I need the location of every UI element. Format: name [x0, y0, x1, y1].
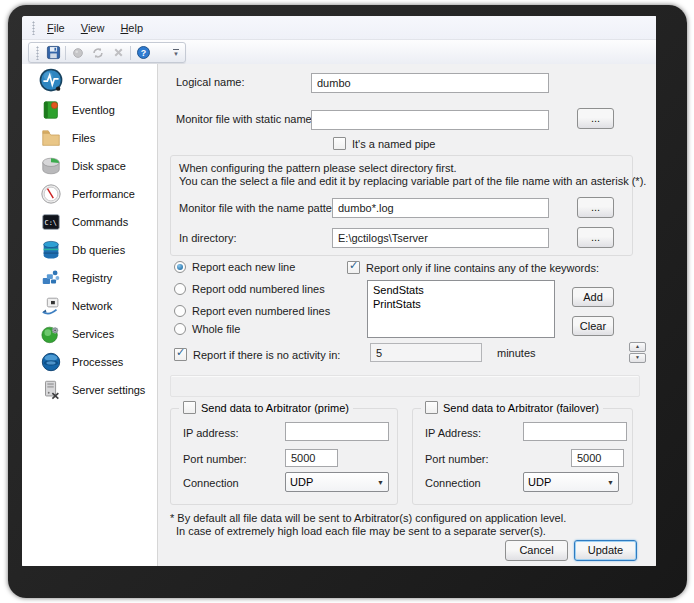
static-name-input[interactable]	[311, 110, 549, 130]
directory-input[interactable]	[332, 228, 549, 248]
svg-text:?: ?	[140, 48, 145, 58]
menu-help[interactable]: Help	[112, 19, 151, 37]
app-window: File View Help ? ▼	[22, 16, 656, 566]
spinner-down-icon[interactable]: ▼	[629, 353, 646, 363]
radio-odd-lines[interactable]	[174, 283, 186, 295]
toolbar-strip: ? ▼	[22, 40, 656, 64]
save-icon[interactable]	[43, 44, 63, 62]
radio-label: Whole file	[192, 323, 240, 335]
sidebar-item-label: Performance	[72, 188, 135, 200]
keyword-item[interactable]: PrintStats	[368, 297, 554, 311]
failover-connection-label: Connection	[425, 477, 481, 489]
report-mode-row: Whole file	[174, 323, 240, 335]
sidebar-item-performance[interactable]: Performance	[22, 180, 158, 208]
named-pipe-checkbox[interactable]	[333, 137, 346, 150]
report-mode-row: Report each new line	[174, 261, 295, 273]
eventlog-icon	[38, 97, 64, 123]
footnote-line1: * By default all file data will be sent …	[170, 512, 566, 524]
failover-connection-value: UDP	[528, 476, 603, 488]
overflow-arrow-icon: ▼	[173, 51, 179, 57]
sidebar: Forwarder Eventlog Files Disk space Perf…	[22, 64, 158, 566]
prime-port-input[interactable]	[285, 449, 338, 467]
cancel-button[interactable]: Cancel	[505, 540, 568, 561]
keywords-label: Report only if line contains any of the …	[366, 262, 599, 274]
sidebar-item-network[interactable]: Network	[22, 292, 158, 320]
failover-port-input[interactable]	[571, 449, 624, 467]
add-keyword-button[interactable]: Add	[572, 287, 614, 307]
sidebar-item-registry[interactable]: Registry	[22, 264, 158, 292]
prime-connection-value: UDP	[290, 476, 373, 488]
no-activity-row: ✓ Report if there is no activity in:	[174, 348, 340, 361]
sidebar-item-label: Server settings	[72, 384, 145, 396]
menu-view[interactable]: View	[73, 19, 113, 37]
sidebar-item-label: Network	[72, 300, 112, 312]
refresh-icon[interactable]	[88, 44, 108, 62]
browse-static-name-button[interactable]: ...	[577, 108, 614, 129]
sidebar-item-services[interactable]: Services	[22, 320, 158, 348]
arbitrator-prime-groupbox: Send data to Arbitrator (prime) IP addre…	[170, 408, 398, 505]
empty-status-panel	[170, 375, 640, 397]
radio-label: Report each new line	[192, 261, 295, 273]
sidebar-item-forwarder[interactable]: Forwarder	[22, 66, 158, 94]
sidebar-item-disk-space[interactable]: Disk space	[22, 152, 158, 180]
no-activity-label: Report if there is no activity in:	[193, 349, 340, 361]
radio-each-new-line[interactable]	[174, 261, 186, 273]
menu-file[interactable]: File	[39, 19, 73, 37]
keywords-listbox[interactable]: SendStats PrintStats	[367, 280, 555, 338]
sidebar-item-files[interactable]: Files	[22, 124, 158, 152]
arbitrator-failover-checkbox[interactable]	[425, 401, 438, 414]
arbitrator-failover-title: Send data to Arbitrator (failover)	[421, 401, 603, 414]
arbitrator-prime-label: Send data to Arbitrator (prime)	[201, 402, 349, 414]
failover-ip-input[interactable]	[523, 422, 627, 441]
update-button[interactable]: Update	[574, 540, 637, 561]
spinner-up-icon[interactable]: ▲	[629, 342, 646, 352]
browse-pattern-button[interactable]: ...	[577, 197, 614, 218]
browse-directory-button[interactable]: ...	[577, 227, 614, 248]
toolbar-gripper[interactable]	[36, 46, 39, 60]
prime-port-label: Port number:	[183, 453, 247, 465]
sidebar-item-label: Disk space	[72, 160, 126, 172]
sidebar-item-label: Db queries	[72, 244, 125, 256]
minutes-unit-label: minutes	[497, 347, 536, 359]
prime-ip-input[interactable]	[285, 422, 389, 441]
sidebar-item-label: Services	[72, 328, 114, 340]
sidebar-item-processes[interactable]: Processes	[22, 348, 158, 376]
delete-icon[interactable]	[108, 44, 128, 62]
performance-icon	[38, 181, 64, 207]
radio-whole-file[interactable]	[174, 323, 186, 335]
radio-label: Report odd numbered lines	[192, 283, 325, 295]
menu-gripper[interactable]	[32, 21, 35, 35]
logical-name-input[interactable]	[311, 73, 549, 93]
prime-connection-dropdown[interactable]: UDP ▼	[285, 472, 389, 492]
sidebar-item-commands[interactable]: C:\ Commands	[22, 208, 158, 236]
commands-icon: C:\	[38, 209, 64, 235]
radio-label: Report even numbered lines	[192, 305, 330, 317]
failover-connection-dropdown[interactable]: UDP ▼	[523, 472, 619, 492]
disk-space-icon	[38, 153, 64, 179]
sidebar-item-eventlog[interactable]: Eventlog	[22, 96, 158, 124]
toolbar: ? ▼	[28, 42, 186, 63]
footnote-line2: In case of extremely high load each file…	[176, 525, 546, 537]
keywords-checkbox[interactable]: ✓	[347, 261, 360, 274]
record-icon[interactable]	[68, 44, 88, 62]
failover-ip-label: IP Address:	[425, 427, 481, 439]
sidebar-item-server-settings[interactable]: Server settings	[22, 376, 158, 404]
clear-keywords-button[interactable]: Clear	[572, 316, 614, 336]
no-activity-minutes-input[interactable]	[370, 343, 482, 362]
minutes-spinner: ▲ ▼	[629, 342, 646, 363]
prime-ip-label: IP address:	[183, 427, 238, 439]
sidebar-item-label: Eventlog	[72, 104, 115, 116]
sidebar-item-db-queries[interactable]: Db queries	[22, 236, 158, 264]
arbitrator-prime-checkbox[interactable]	[183, 401, 196, 414]
help-icon[interactable]: ?	[133, 44, 153, 62]
toolbar-overflow-button[interactable]: ▼	[170, 44, 182, 62]
chevron-down-icon: ▼	[377, 479, 384, 486]
radio-even-lines[interactable]	[174, 305, 186, 317]
named-pipe-label: It's a named pipe	[352, 138, 435, 150]
pattern-input[interactable]	[332, 198, 549, 218]
arbitrator-failover-label: Send data to Arbitrator (failover)	[443, 402, 599, 414]
no-activity-checkbox[interactable]: ✓	[174, 348, 187, 361]
services-icon	[38, 321, 64, 347]
static-name-label: Monitor file with static name:	[176, 113, 315, 125]
keyword-item[interactable]: SendStats	[368, 283, 554, 297]
